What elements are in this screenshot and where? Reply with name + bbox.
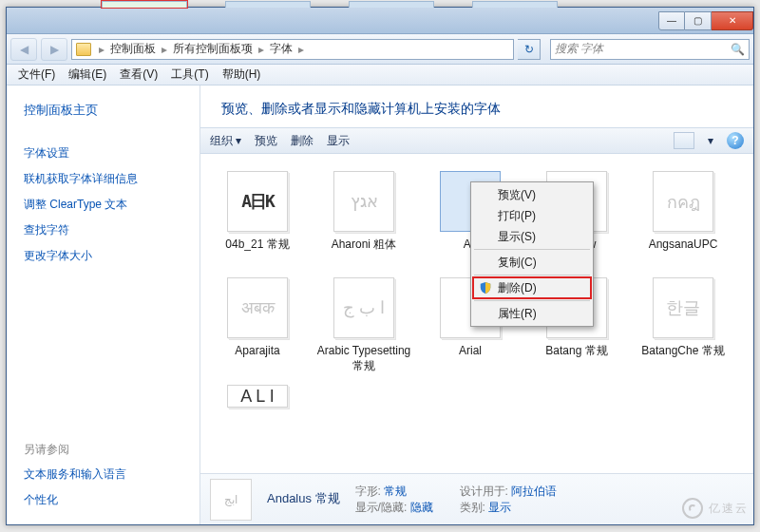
breadcrumb-all-items[interactable]: 所有控制面板项 [171, 41, 255, 57]
forward-button[interactable]: ▶ [41, 38, 67, 61]
refresh-button[interactable]: ↻ [518, 39, 541, 60]
toolbar: 组织 ▾ 预览 删除 显示 ▾ ? [200, 127, 753, 154]
toolbar-preview[interactable]: 预览 [255, 133, 277, 149]
ctx-separator [474, 275, 590, 276]
titlebar: — ▢ ✕ [7, 8, 753, 34]
menu-tools[interactable]: 工具(T) [165, 65, 214, 85]
font-label: Batang 常规 [545, 344, 607, 372]
font-label: 04b_21 常规 [225, 238, 289, 266]
font-item[interactable]: אגץ Aharoni 粗体 [311, 165, 417, 272]
toolbar-show[interactable]: 显示 [327, 133, 350, 149]
maximize-button[interactable]: ▢ [685, 11, 712, 30]
details-category-value: 显示 [488, 501, 511, 514]
navigation-bar: ◀ ▶ ▸ 控制面板 ▸ 所有控制面板项 ▸ 字体 ▸ ↻ 搜索 字体 🔍 [7, 34, 753, 65]
ctx-separator [474, 249, 590, 250]
font-label: Arabic Typesetting 常规 [313, 344, 415, 373]
font-thumb: กคฎ [653, 171, 713, 232]
sidebar-text-services[interactable]: 文本服务和输入语言 [24, 464, 182, 485]
font-item[interactable]: กคฎ AngsanaUPC [630, 165, 736, 272]
address-bar[interactable]: ▸ 控制面板 ▸ 所有控制面板项 ▸ 字体 ▸ [71, 39, 514, 60]
shield-icon [479, 281, 492, 294]
explorer-window: — ▢ ✕ ◀ ▶ ▸ 控制面板 ▸ 所有控制面板项 ▸ 字体 ▸ ↻ 搜索 字… [6, 7, 754, 525]
breadcrumb-sep: ▸ [296, 43, 306, 56]
breadcrumb-sep: ▸ [256, 43, 266, 56]
details-hide-value: 隐藏 [410, 501, 433, 514]
context-menu: 预览(V) 打印(P) 显示(S) 复制(C) 删除(D) 属性(R) [470, 181, 594, 327]
minimize-button[interactable]: — [658, 11, 685, 30]
breadcrumb-control-panel[interactable]: 控制面板 [108, 41, 158, 57]
details-style-label: 字形: [355, 484, 381, 498]
ctx-properties[interactable]: 属性(R) [473, 303, 591, 324]
background-tabs [7, 1, 753, 8]
sidebar-find-char[interactable]: 查找字符 [24, 219, 182, 241]
breadcrumb-sep: ▸ [97, 43, 106, 56]
menu-edit[interactable]: 编辑(E) [63, 65, 112, 85]
help-button[interactable]: ? [727, 132, 744, 149]
ctx-copy[interactable]: 复制(C) [473, 252, 591, 273]
toolbar-organize[interactable]: 组织 ▾ [210, 133, 241, 149]
breadcrumb-fonts[interactable]: 字体 [268, 41, 294, 57]
menubar: 文件(F) 编辑(E) 查看(V) 工具(T) 帮助(H) [7, 65, 753, 86]
font-thumb: 한글 [653, 277, 713, 338]
details-thumb: ابج [210, 479, 252, 521]
font-thumb: אגץ [333, 171, 394, 232]
search-icon: 🔍 [731, 43, 745, 56]
page-title: 预览、删除或者显示和隐藏计算机上安装的字体 [200, 86, 753, 127]
menu-help[interactable]: 帮助(H) [217, 65, 267, 85]
ctx-print[interactable]: 打印(P) [473, 205, 591, 226]
sidebar-font-settings[interactable]: 字体设置 [24, 142, 182, 164]
ctx-separator [474, 300, 590, 301]
font-item[interactable]: अबक Aparajita [204, 272, 311, 379]
font-label: Aharoni 粗体 [332, 238, 397, 266]
font-thumb: A L I [227, 385, 288, 408]
chevron-down-icon[interactable]: ▾ [708, 134, 713, 147]
sidebar-personalization[interactable]: 个性化 [24, 489, 182, 511]
view-options-button[interactable] [674, 132, 694, 149]
search-placeholder: 搜索 字体 [555, 41, 603, 57]
font-label: BatangChe 常规 [641, 344, 724, 372]
details-designed-value: 阿拉伯语 [511, 484, 557, 498]
details-category-label: 类别: [460, 501, 485, 514]
font-thumb: ا ب ج [333, 277, 394, 338]
ctx-delete[interactable]: 删除(D) [473, 277, 591, 298]
breadcrumb-sep: ▸ [160, 43, 169, 56]
font-item[interactable]: 한글 BatangChe 常规 [630, 272, 736, 379]
details-style-value: 常规 [384, 484, 407, 498]
toolbar-delete[interactable]: 删除 [291, 133, 314, 149]
sidebar-also-heading: 另请参阅 [24, 442, 182, 458]
details-hide-label: 显示/隐藏: [355, 501, 408, 514]
sidebar-cleartype[interactable]: 调整 ClearType 文本 [24, 194, 182, 216]
font-label: Arial [459, 344, 482, 372]
search-input[interactable]: 搜索 字体 🔍 [550, 39, 750, 60]
font-thumb: A日K [227, 171, 288, 232]
ctx-show[interactable]: 显示(S) [473, 226, 591, 247]
font-label: Aparajita [235, 344, 279, 372]
sidebar-home[interactable]: 控制面板主页 [24, 99, 182, 122]
close-button[interactable]: ✕ [712, 11, 753, 30]
font-item[interactable]: A L I [204, 379, 311, 413]
details-font-name: Andalus 常规 [267, 490, 340, 507]
menu-file[interactable]: 文件(F) [12, 65, 61, 85]
sidebar-online-fonts[interactable]: 联机获取字体详细信息 [24, 168, 182, 190]
table-row: A L I [204, 379, 750, 413]
font-item[interactable]: A日K 04b_21 常规 [204, 165, 311, 272]
details-pane: ابج Andalus 常规 字形: 常规 显示/隐藏: 隐藏 设计用于: 阿拉… [200, 473, 753, 524]
folder-icon [76, 43, 91, 56]
details-designed-label: 设计用于: [460, 484, 508, 498]
sidebar: 控制面板主页 字体设置 联机获取字体详细信息 调整 ClearType 文本 查… [7, 86, 200, 524]
font-label: AngsanaUPC [649, 238, 718, 266]
menu-view[interactable]: 查看(V) [114, 65, 163, 85]
font-item[interactable]: ا ب ج Arabic Typesetting 常规 [311, 272, 417, 379]
ctx-preview[interactable]: 预览(V) [473, 184, 591, 205]
font-thumb: अबक [227, 277, 288, 338]
chevron-down-icon: ▾ [236, 134, 241, 147]
sidebar-font-size[interactable]: 更改字体大小 [24, 245, 182, 267]
back-button[interactable]: ◀ [10, 38, 37, 61]
